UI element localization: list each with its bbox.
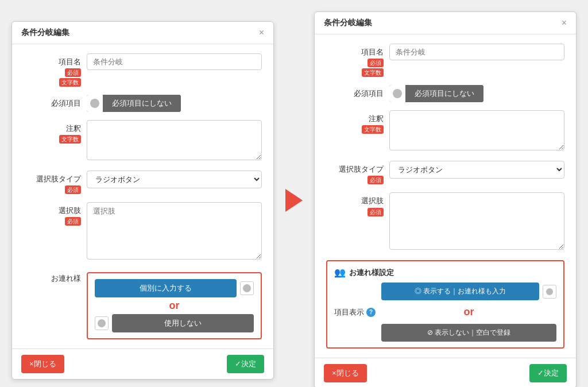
right-item-display-row: 項目表示 ? ◎ 表示する｜お連れ様も入力 or ⊘ 表示しない｜空白で登録 [334, 282, 556, 342]
left-note-textarea[interactable] [87, 120, 262, 160]
left-dialog-header: 条件分岐編集 × [12, 22, 273, 44]
left-choice-type-label: 選択肢タイプ 必須 [24, 171, 81, 194]
left-required-row: 必須項目 必須項目にしない [24, 95, 262, 112]
arrow-right-icon [285, 189, 303, 212]
right-chars-badge: 文字数 [362, 68, 384, 77]
choices-required-badge: 必須 [65, 217, 81, 226]
left-required-label: 必須項目 [24, 95, 81, 109]
right-mini-toggle-1[interactable] [543, 285, 556, 299]
note-chars-badge: 文字数 [59, 135, 81, 144]
right-choice-type-label: 選択肢タイプ 必須 [326, 161, 384, 184]
left-toggle-inner [90, 99, 99, 108]
left-choices-row: 選択肢 必須 [24, 202, 262, 262]
left-toggle-switch[interactable] [87, 95, 103, 112]
right-hide-register-row: ⊘ 表示しない｜空白で登録 [381, 324, 556, 342]
main-container: 条件分岐編集 × 項目名 必須 文字数 必須項目 [11, 11, 577, 387]
right-required-badge: 必須 [368, 59, 384, 67]
right-choice-required-badge: 必須 [368, 176, 384, 184]
right-item-name-row: 項目名 必須 文字数 [326, 44, 564, 77]
left-required-control: 必須項目にしない [87, 95, 262, 112]
right-mini-toggle-inner-1 [546, 288, 553, 295]
left-choices-label: 選択肢 必須 [24, 202, 81, 226]
right-required-label: 必須項目 [326, 85, 384, 99]
left-item-name-input[interactable] [87, 53, 262, 70]
left-or-text: or [95, 300, 254, 312]
right-item-name-control [389, 44, 564, 60]
left-companion-section: 個別に入力する or 使用しない [87, 272, 262, 339]
left-mini-toggle-inner-1 [243, 284, 251, 292]
right-dialog-footer: ×閉じる ✓決定 [315, 358, 576, 387]
right-note-textarea[interactable] [389, 110, 564, 150]
right-show-input-btn[interactable]: ◎ 表示する｜お連れ様も入力 [381, 282, 539, 300]
left-item-name-label: 項目名 必須 文字数 [24, 53, 81, 87]
left-choices-textarea[interactable] [87, 202, 262, 260]
right-companion-settings: 👥 お連れ様設定 項目表示 ? ◎ 表示する｜お連れ様も入力 [326, 260, 564, 349]
right-note-label: 注釈 文字数 [326, 110, 384, 134]
right-decide-button[interactable]: ✓決定 [529, 364, 567, 382]
left-item-name-control [87, 53, 262, 70]
left-choice-type-control: ラジオボタン [87, 171, 262, 188]
right-dialog-header: 条件分岐編集 × [315, 12, 576, 34]
companion-icon: 👥 [334, 267, 346, 278]
left-dialog-close-button[interactable]: × [259, 28, 264, 37]
left-companion-label: お連れ様 [24, 270, 81, 284]
left-individual-btn[interactable]: 個別に入力する [95, 279, 237, 297]
right-toggle-inner [393, 89, 402, 98]
left-dialog-footer: ×閉じる ✓決定 [12, 349, 273, 379]
right-dialog: 条件分岐編集 × 項目名 必須 文字数 必須項目 [314, 11, 577, 387]
companion-settings-title: お連れ様設定 [349, 268, 394, 278]
left-note-control [87, 120, 262, 162]
right-dialog-body: 項目名 必須 文字数 必須項目 必須項 [315, 34, 576, 358]
right-choices-control [389, 192, 564, 252]
right-show-input-row: ◎ 表示する｜お連れ様も入力 [381, 282, 556, 300]
right-choice-type-row: 選択肢タイプ 必須 ラジオボタン [326, 161, 564, 184]
left-required-toggle: 必須項目にしない [87, 95, 181, 112]
left-mini-toggle-2[interactable] [95, 316, 109, 330]
right-options-container: ◎ 表示する｜お連れ様も入力 or ⊘ 表示しない｜空白で登録 [381, 282, 556, 342]
left-notuse-btn[interactable]: 使用しない [112, 314, 254, 332]
right-companion-header: 👥 お連れ様設定 [334, 267, 556, 278]
arrow-container [285, 189, 303, 212]
right-required-row: 必須項目 必須項目にしない [326, 85, 564, 102]
right-required-toggle: 必須項目にしない [389, 85, 483, 102]
right-item-name-input[interactable] [389, 44, 564, 60]
left-choices-control [87, 202, 262, 262]
right-item-display-label: 項目表示 ? [334, 307, 376, 318]
left-item-name-row: 項目名 必須 文字数 [24, 53, 262, 87]
right-choices-row: 選択肢 必須 [326, 192, 564, 252]
chars-badge: 文字数 [59, 78, 81, 87]
left-individual-row: 個別に入力する [95, 279, 254, 297]
right-hide-register-btn[interactable]: ⊘ 表示しない｜空白で登録 [381, 324, 556, 342]
right-choice-type-control: ラジオボタン [389, 161, 564, 179]
left-note-label: 注釈 文字数 [24, 120, 81, 144]
left-dialog: 条件分岐編集 × 項目名 必須 文字数 必須項目 [11, 21, 274, 380]
left-required-btn[interactable]: 必須項目にしない [103, 95, 181, 112]
right-required-control: 必須項目にしない [389, 85, 564, 102]
left-companion-control: 個別に入力する or 使用しない [87, 270, 262, 339]
left-mini-toggle-inner-2 [98, 319, 106, 327]
right-choice-type-select[interactable]: ラジオボタン [389, 161, 564, 179]
left-choice-type-row: 選択肢タイプ 必須 ラジオボタン [24, 171, 262, 194]
right-choices-label: 選択肢 必須 [326, 192, 384, 216]
left-mini-toggle-1[interactable] [240, 281, 254, 295]
right-choices-textarea[interactable] [389, 192, 564, 250]
left-decide-button[interactable]: ✓決定 [227, 355, 264, 373]
right-toggle-switch[interactable] [389, 85, 405, 102]
right-or-text: or [381, 306, 556, 318]
left-notuse-row: 使用しない [95, 314, 254, 332]
help-icon[interactable]: ? [366, 308, 376, 317]
choice-required-badge: 必須 [65, 185, 81, 194]
right-dialog-title: 条件分岐編集 [324, 18, 372, 28]
left-companion-row: お連れ様 個別に入力する or [24, 270, 262, 339]
left-note-row: 注釈 文字数 [24, 120, 262, 162]
right-choices-required-badge: 必須 [368, 208, 384, 216]
right-dialog-close-button[interactable]: × [562, 18, 567, 28]
right-item-name-label: 項目名 必須 文字数 [326, 44, 384, 77]
left-dialog-body: 項目名 必須 文字数 必須項目 必須項 [12, 44, 273, 349]
required-badge: 必須 [65, 68, 81, 77]
left-close-button[interactable]: ×閉じる [21, 355, 64, 373]
right-close-button[interactable]: ×閉じる [324, 364, 367, 382]
right-required-btn[interactable]: 必須項目にしない [405, 85, 483, 102]
left-choice-type-select[interactable]: ラジオボタン [87, 171, 262, 188]
left-dialog-title: 条件分岐編集 [21, 28, 69, 38]
